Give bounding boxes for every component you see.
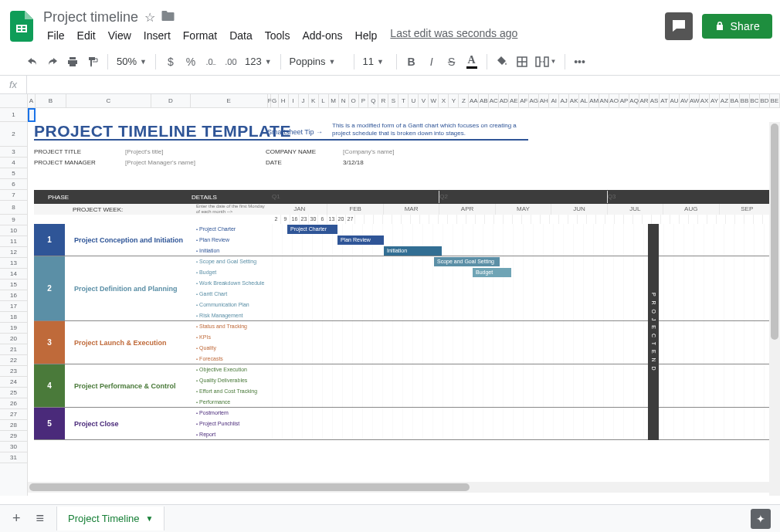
column-header[interactable]: V [419,94,429,107]
bold-button[interactable]: B [402,52,421,72]
column-header[interactable]: AM [589,94,599,107]
column-header[interactable]: R [378,94,388,107]
borders-button[interactable] [513,52,531,72]
row-header[interactable]: 14 [0,269,27,280]
column-header[interactable]: AR [639,94,649,107]
row-header[interactable]: 15 [0,280,27,290]
row-header[interactable]: 21 [0,344,27,355]
increase-decimal-button[interactable]: .00 [222,52,240,72]
select-all-corner[interactable] [0,94,28,107]
gantt-bar[interactable]: Scope and Goal Setting [434,257,500,266]
currency-button[interactable]: $ [161,52,180,72]
undo-button[interactable] [23,52,42,72]
strikethrough-button[interactable]: S [443,52,461,72]
gantt-bar[interactable]: Project Charter [287,225,337,234]
sheets-logo[interactable] [6,11,37,42]
row-header[interactable]: 1 [0,108,27,122]
column-header[interactable]: BA [730,94,740,107]
column-header[interactable]: W [429,94,439,107]
column-header[interactable]: AW [690,94,700,107]
row-header[interactable]: 6 [0,179,27,190]
redo-button[interactable] [43,52,62,72]
row-header[interactable]: 2 [0,122,27,147]
column-header[interactable]: U [409,94,419,107]
menu-format[interactable]: Format [178,27,222,44]
print-button[interactable] [63,52,82,72]
row-header[interactable]: 13 [0,258,27,269]
decrease-decimal-button[interactable]: .0_ [202,52,220,72]
percent-button[interactable]: % [181,52,200,72]
column-header[interactable]: BC [750,94,760,107]
column-header[interactable]: D [151,94,191,107]
paint-format-button[interactable] [83,52,102,72]
column-header[interactable]: I [289,94,299,107]
row-header[interactable]: 17 [0,301,27,312]
row-header[interactable]: 23 [0,366,27,377]
row-header[interactable]: 27 [0,409,27,420]
gantt-bar[interactable]: Initiation [384,246,442,256]
row-header[interactable]: 18 [0,312,27,323]
last-edit-link[interactable]: Last edit was seconds ago [390,27,517,44]
menu-file[interactable]: File [42,27,70,44]
number-format-dropdown[interactable]: 123▼ [242,53,275,71]
menu-help[interactable]: Help [350,27,383,44]
column-header[interactable]: B [36,94,66,107]
column-header[interactable]: C [66,94,151,107]
menu-insert[interactable]: Insert [138,27,176,44]
font-dropdown[interactable]: Poppins▼ [287,53,348,71]
explore-button[interactable]: ✦ [751,509,771,529]
row-header[interactable]: 12 [0,247,27,258]
column-header[interactable]: Z [459,94,469,107]
column-header[interactable]: AQ [629,94,639,107]
row-header[interactable]: 24 [0,377,27,388]
font-size-dropdown[interactable]: 11▼ [360,53,391,71]
all-sheets-button[interactable]: ≡ [33,507,48,530]
column-header[interactable]: AS [649,94,660,107]
row-header[interactable]: 8 [0,201,27,215]
row-header[interactable]: 22 [0,355,27,366]
column-header[interactable]: AB [479,94,489,107]
smartsheet-tip-link[interactable]: Smartsheet Tip → [267,128,323,136]
column-header[interactable]: AK [569,94,579,107]
row-header[interactable]: 10 [0,225,27,236]
column-header[interactable]: BE [770,94,780,107]
column-header[interactable]: AN [599,94,609,107]
merge-cells-button[interactable]: ▼ [533,52,559,72]
move-folder-icon[interactable] [161,10,175,25]
row-headers[interactable]: 1234567891011121314151617181920212223242… [0,108,28,496]
share-button[interactable]: Share [702,14,772,39]
comments-button[interactable] [665,12,693,40]
column-header[interactable]: A [28,94,36,107]
column-header[interactable]: AL [579,94,589,107]
column-header[interactable]: P [359,94,369,107]
column-header[interactable]: AZ [720,94,730,107]
column-header[interactable]: H [279,94,289,107]
formula-input[interactable] [27,76,780,93]
column-header[interactable]: O [349,94,359,107]
row-header[interactable]: 28 [0,420,27,431]
column-header[interactable]: K [309,94,319,107]
column-header[interactable]: AA [469,94,479,107]
column-header[interactable]: X [439,94,449,107]
row-header[interactable]: 25 [0,388,27,398]
row-header[interactable]: 3 [0,147,27,158]
sheet-content[interactable]: PROJECT TIMELINE TEMPLATE Smartsheet Tip… [28,108,780,496]
column-header[interactable]: AU [670,94,680,107]
column-header[interactable]: AY [710,94,720,107]
column-header[interactable]: E [191,94,268,107]
fill-color-button[interactable] [493,52,511,72]
row-header[interactable]: 16 [0,290,27,301]
horizontal-scrollbar[interactable] [28,482,769,493]
menu-tools[interactable]: Tools [259,27,296,44]
menu-edit[interactable]: Edit [72,27,101,44]
column-header[interactable]: AG [529,94,539,107]
column-headers[interactable]: ABCDEFGHIJKLMNOPQRSTUVWXYZAAABACADAEAFAG… [0,94,780,108]
star-icon[interactable]: ☆ [144,10,155,25]
column-header[interactable]: BB [740,94,750,107]
column-header[interactable]: AV [680,94,690,107]
row-header[interactable]: 20 [0,334,27,344]
column-header[interactable]: S [388,94,398,107]
document-title[interactable]: Project timeline [43,9,138,25]
spreadsheet-grid[interactable]: ABCDEFGHIJKLMNOPQRSTUVWXYZAAABACADAEAFAG… [0,94,780,496]
column-header[interactable]: BD [760,94,770,107]
